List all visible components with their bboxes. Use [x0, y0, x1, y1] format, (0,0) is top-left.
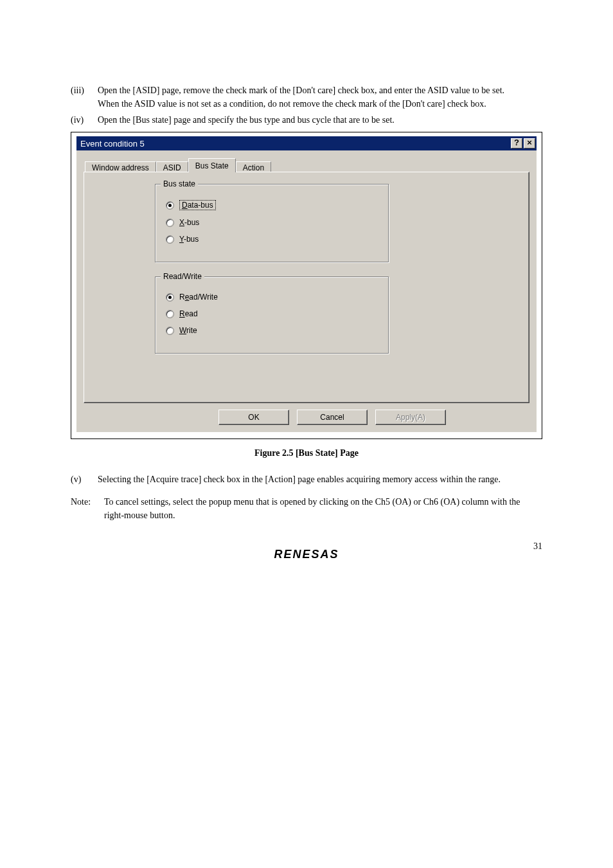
radio-icon	[166, 219, 174, 227]
ok-button[interactable]: OK	[218, 410, 289, 425]
dialog-event-condition: Event condition 5 ? × Window address ASI…	[76, 136, 537, 432]
tab-strip: Window address ASID Bus State Action	[85, 158, 529, 172]
radio-write[interactable]: Write	[166, 326, 378, 335]
dialog-body: Window address ASID Bus State Action Bus…	[76, 150, 537, 432]
radio-label: Data-bus	[179, 200, 216, 210]
list-item-iii: (iii) Open the [ASID] page, remove the c…	[71, 84, 542, 111]
apply-button: Apply(A)	[375, 410, 446, 425]
dialog-button-row: OK Cancel Apply(A)	[84, 410, 529, 425]
radio-icon	[166, 235, 174, 244]
note-label: Note:	[71, 495, 104, 522]
text: When the ASID value is not set as a cond…	[98, 99, 486, 109]
group-bus-state: Bus state Data-bus X-bus Y-bus	[155, 184, 389, 262]
radio-label: Y-bus	[179, 235, 199, 244]
radio-x-bus[interactable]: X-bus	[166, 218, 378, 227]
radio-label: Read/Write	[179, 293, 218, 302]
list-item-iv: (iv) Open the [Bus state] page and speci…	[71, 113, 542, 127]
radio-icon	[166, 201, 174, 210]
renesas-logo: RENESAS	[274, 548, 339, 561]
group-legend: Read/Write	[161, 272, 204, 281]
list-body: Open the [Bus state] page and specify th…	[98, 113, 542, 127]
group-legend: Bus state	[161, 179, 198, 188]
figure-caption: Figure 2.5 [Bus State] Page	[71, 448, 542, 458]
dialog-title: Event condition 5	[79, 139, 145, 149]
page-number: 31	[533, 541, 542, 552]
radio-label: X-bus	[179, 218, 199, 227]
radio-icon	[166, 327, 174, 335]
figure-frame: Event condition 5 ? × Window address ASI…	[71, 132, 542, 439]
tab-bus-state[interactable]: Bus State	[188, 158, 236, 172]
text: Open the [ASID] page, remove the check m…	[98, 86, 504, 95]
cancel-button[interactable]: Cancel	[297, 410, 368, 425]
footer: RENESAS 31	[71, 548, 542, 574]
radio-read-write[interactable]: Read/Write	[166, 293, 378, 302]
note: Note: To cancel settings, select the pop…	[71, 495, 542, 522]
titlebar: Event condition 5 ? ×	[76, 136, 537, 150]
radio-read[interactable]: Read	[166, 309, 378, 318]
help-button[interactable]: ?	[511, 138, 522, 149]
radio-label: Write	[179, 326, 197, 335]
list-item-v: (v) Selecting the [Acquire trace] check …	[71, 473, 542, 486]
radio-icon	[166, 310, 174, 318]
tab-pane-bus-state: Bus state Data-bus X-bus Y-bus	[84, 172, 529, 403]
close-button[interactable]: ×	[524, 138, 535, 149]
list-body: Selecting the [Acquire trace] check box …	[98, 473, 542, 486]
list-number: (v)	[71, 473, 98, 486]
radio-y-bus[interactable]: Y-bus	[166, 235, 378, 244]
group-read-write: Read/Write Read/Write Read Write	[155, 276, 389, 354]
list-number: (iii)	[71, 84, 98, 111]
radio-icon	[166, 293, 174, 302]
list-body: Open the [ASID] page, remove the check m…	[98, 84, 542, 111]
radio-label: Read	[179, 309, 198, 318]
note-body: To cancel settings, select the popup men…	[104, 495, 542, 522]
list-number: (iv)	[71, 113, 98, 127]
titlebar-buttons: ? ×	[511, 138, 535, 149]
radio-data-bus[interactable]: Data-bus	[166, 200, 378, 210]
